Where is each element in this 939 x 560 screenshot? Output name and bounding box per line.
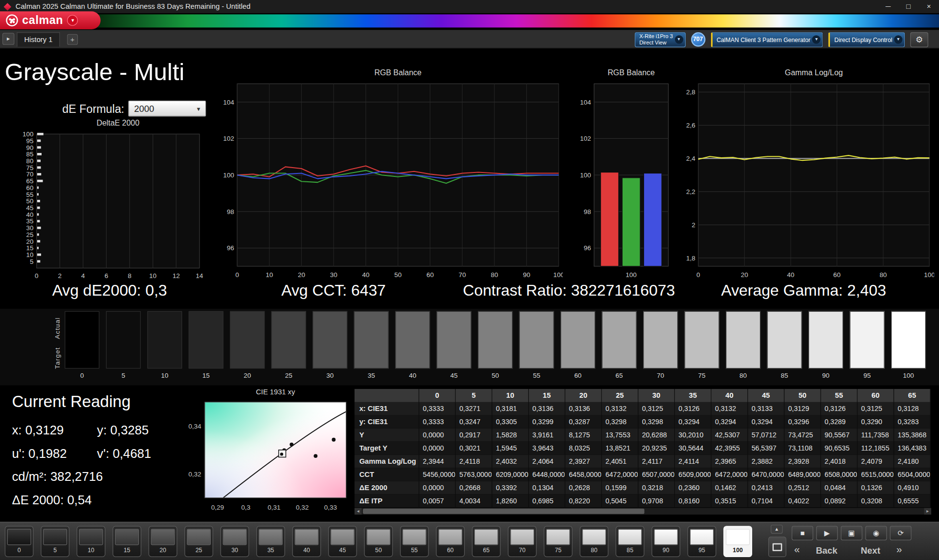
level-button-20[interactable]: 20 — [149, 526, 178, 557]
measurement-table: 05101520253035404550556065x: CIE310,3333… — [355, 389, 931, 507]
meter-status-badge[interactable]: 707 — [691, 32, 705, 46]
level-button-30[interactable]: 30 — [221, 526, 249, 557]
logo-dropdown-arrow[interactable]: ▾ — [67, 15, 78, 26]
table-column-header: 20 — [565, 389, 602, 402]
refresh-button[interactable]: ⟳ — [890, 526, 912, 540]
level-button-10[interactable]: 10 — [77, 526, 106, 557]
level-button-65[interactable]: 65 — [472, 526, 501, 557]
level-button-70[interactable]: 70 — [508, 526, 537, 557]
level-button-0[interactable]: 0 — [5, 526, 34, 557]
level-button-50[interactable]: 50 — [364, 526, 393, 557]
next-button[interactable]: Next — [853, 545, 887, 555]
svg-text:14: 14 — [196, 272, 203, 280]
scroll-left-arrow[interactable]: ◂ — [355, 508, 362, 515]
de-formula-select[interactable]: 2000 ▼ — [128, 101, 206, 117]
play-button[interactable]: ▶ — [816, 526, 838, 540]
scrollbar-track[interactable] — [362, 508, 924, 515]
history-nav-icon[interactable]: ▸ — [2, 33, 14, 44]
display-control-label: Direct Display Control — [834, 36, 892, 43]
stop-button[interactable]: ■ — [792, 526, 813, 540]
collapse-up-button[interactable]: ▲ — [771, 525, 782, 534]
table-cell: 0,0892 — [821, 494, 858, 507]
table-cell: 0,3132 — [712, 402, 748, 415]
svg-text:70: 70 — [459, 271, 466, 279]
reading-u: u': 0,1982 — [12, 446, 97, 460]
level-button-25[interactable]: 25 — [184, 526, 213, 557]
preview-eye-button[interactable]: ◉ — [865, 526, 887, 540]
pattern-generator-dropdown[interactable]: CalMAN Client 3 Pattern Generator ▾ — [711, 32, 823, 47]
level-button-label: 85 — [626, 547, 633, 553]
window-controls: ─ □ × — [878, 0, 939, 13]
table-cell: 0,3218 — [638, 481, 675, 494]
current-reading-title: Current Reading — [12, 392, 182, 411]
next-arrow-icon[interactable]: » — [896, 544, 902, 556]
pattern-window-button[interactable] — [768, 537, 786, 557]
level-button-15[interactable]: 15 — [112, 526, 141, 557]
level-button-85[interactable]: 85 — [616, 526, 645, 557]
table-cell: 2,3927 — [565, 455, 602, 468]
table-column-header: 15 — [529, 389, 565, 402]
table-cell: 6515,0000 — [857, 468, 894, 481]
level-button-100[interactable]: 100 — [723, 526, 752, 557]
level-button-95[interactable]: 95 — [688, 526, 716, 557]
display-control-dropdown[interactable]: Direct Display Control ▾ — [828, 32, 905, 47]
scroll-right-arrow[interactable]: ▸ — [924, 508, 931, 515]
level-button-label: 65 — [483, 547, 490, 553]
back-button[interactable]: Back — [809, 545, 845, 555]
level-button-60[interactable]: 60 — [436, 526, 465, 557]
table-cell: 0,3287 — [565, 415, 602, 429]
add-tab-button[interactable]: + — [67, 34, 78, 45]
settings-gear-button[interactable]: ⚙ — [910, 32, 928, 47]
gray-swatch-85: 85 — [767, 311, 802, 379]
close-button[interactable]: × — [918, 0, 939, 13]
save-button[interactable]: ▣ — [841, 526, 862, 540]
back-arrow-icon[interactable]: « — [794, 544, 800, 556]
target-row-label: Target — [54, 347, 61, 369]
level-button-label: 10 — [88, 547, 94, 553]
swatch-label: 10 — [147, 371, 182, 379]
level-button-45[interactable]: 45 — [328, 526, 357, 557]
svg-text:40: 40 — [362, 271, 369, 279]
svg-text:0,3: 0,3 — [241, 504, 250, 511]
table-cell: 6507,0000 — [638, 468, 675, 481]
svg-text:0: 0 — [235, 271, 239, 279]
level-button-5[interactable]: 5 — [41, 526, 69, 557]
level-button-80[interactable]: 80 — [580, 526, 608, 557]
table-cell: 6472,0000 — [602, 468, 639, 481]
table-cell: 0,3294 — [675, 415, 712, 429]
table-column-header: 25 — [602, 389, 639, 402]
svg-text:0: 0 — [35, 272, 38, 280]
minimize-button[interactable]: ─ — [878, 0, 898, 13]
table-cell: 0,7104 — [748, 494, 784, 507]
table-column-header: 30 — [638, 389, 675, 402]
svg-text:60: 60 — [426, 271, 434, 279]
calman-logo-menu[interactable]: calman ▾ — [0, 11, 101, 29]
svg-text:10: 10 — [149, 272, 156, 280]
table-column-header: 10 — [492, 389, 529, 402]
table-cell: 0,3126 — [821, 402, 858, 415]
level-button-90[interactable]: 90 — [651, 526, 680, 557]
table-row-label: ΔE ITP — [355, 494, 419, 507]
level-button-label: 40 — [303, 547, 310, 553]
table-cell: 6470,0000 — [748, 468, 784, 481]
avg-gamma-stat: Average Gamma: 2,403 — [721, 281, 886, 300]
gray-swatch-35: 35 — [354, 311, 389, 379]
table-column-header: 45 — [748, 389, 784, 402]
table-cell: 0,1326 — [857, 481, 894, 494]
table-cell: 1,5828 — [492, 429, 529, 442]
level-button-55[interactable]: 55 — [400, 526, 429, 557]
scrollbar-thumb[interactable] — [363, 509, 645, 514]
level-button-75[interactable]: 75 — [544, 526, 573, 557]
table-cell: 13,8521 — [602, 442, 639, 455]
rgb-bars-plot: 1041021009896100 — [572, 79, 673, 280]
maximize-button[interactable]: □ — [898, 0, 919, 13]
tab-history-1[interactable]: History 1 — [17, 32, 60, 46]
gray-swatch-20: 20 — [230, 311, 265, 379]
table-cell: 8,0325 — [565, 442, 602, 455]
meter-dropdown[interactable]: X-Rite i1Pro 3 Direct View ▾ — [634, 32, 685, 47]
level-button-35[interactable]: 35 — [256, 526, 285, 557]
table-cell: 0,3129 — [784, 402, 821, 415]
level-button-40[interactable]: 40 — [292, 526, 321, 557]
table-scrollbar[interactable]: ◂ ▸ — [355, 508, 931, 515]
table-cell: 56,5397 — [748, 442, 784, 455]
